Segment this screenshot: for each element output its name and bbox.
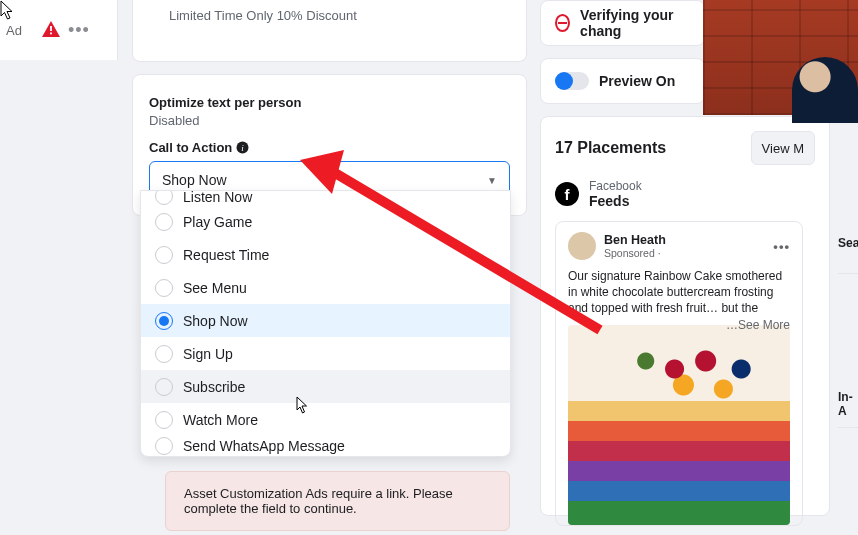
more-icon[interactable]: ••• [68, 20, 90, 41]
preview-label: Preview On [599, 73, 675, 89]
ad-author: Ben Heath [604, 233, 666, 247]
cta-option-whatsapp[interactable]: Send WhatsApp Message [141, 436, 510, 456]
side-search: Sea [838, 230, 858, 274]
ad-image [568, 325, 790, 525]
optimize-status: Disabled [149, 113, 510, 128]
chevron-down-icon: ▼ [487, 175, 497, 186]
ad-preview: Ben Heath Sponsored · ••• Our signature … [555, 221, 803, 526]
svg-rect-1 [50, 32, 52, 34]
cta-option-subscribe[interactable]: Subscribe [141, 370, 510, 403]
cta-option-sign-up[interactable]: Sign Up [141, 337, 510, 370]
placement-surface: Feeds [589, 193, 642, 209]
offer-text: Limited Time Only 10% Discount [149, 8, 357, 23]
pointer-cursor [296, 396, 310, 419]
placement-brand: Facebook [589, 179, 642, 193]
minus-circle-icon [555, 14, 570, 32]
ad-sponsored: Sponsored · [604, 247, 666, 259]
see-more-link[interactable]: …See More [726, 317, 790, 333]
optimize-label: Optimize text per person [149, 95, 510, 110]
cta-option-play-game[interactable]: Play Game [141, 205, 510, 238]
avatar [568, 232, 596, 260]
preview-toggle[interactable] [555, 72, 589, 90]
os-cursor [0, 0, 16, 22]
offer-card: Limited Time Only 10% Discount [132, 0, 527, 62]
placements-title: 17 Placements [555, 139, 666, 157]
side-strip: Sea In-A [838, 230, 858, 490]
cta-dropdown: Listen Now Play Game Request Time See Me… [140, 190, 511, 457]
info-icon[interactable]: i [236, 141, 249, 154]
cta-option-watch-more[interactable]: Watch More [141, 403, 510, 436]
view-more-button[interactable]: View M [751, 131, 815, 165]
placements-card: 17 Placements View M f Facebook Feeds Be… [540, 116, 830, 516]
presenter-overlay [703, 0, 858, 115]
preview-toggle-bar: Preview On [540, 58, 705, 104]
cta-option-request-time[interactable]: Request Time [141, 238, 510, 271]
nav-item-ad[interactable]: Ad [6, 23, 22, 38]
svg-rect-0 [50, 26, 52, 31]
cta-option-shop-now[interactable]: Shop Now [141, 304, 510, 337]
ad-more-icon[interactable]: ••• [773, 239, 790, 254]
ad-body: Our signature Rainbow Cake smothered in … [568, 268, 790, 317]
cta-option-listen-now[interactable]: Listen Now [141, 191, 510, 205]
warning-icon [42, 21, 60, 40]
facebook-icon: f [555, 182, 579, 206]
cta-selected-value: Shop Now [162, 172, 227, 188]
link-error-banner: Asset Customization Ads require a link. … [165, 471, 510, 531]
cta-option-see-menu[interactable]: See Menu [141, 271, 510, 304]
verify-banner: Verifying your chang [540, 0, 705, 46]
cta-label: Call to Action [149, 140, 232, 155]
side-inapp: In-A [838, 384, 858, 428]
left-nav: Ad ••• [0, 0, 118, 60]
